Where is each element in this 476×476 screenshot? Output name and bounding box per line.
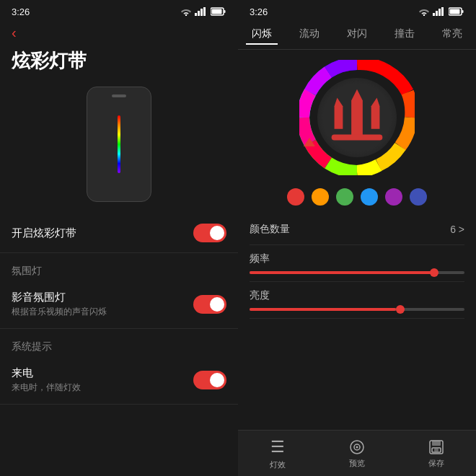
- color-count-label: 颜色数量: [250, 223, 290, 236]
- color-count-row[interactable]: 颜色数量 6 >: [250, 214, 464, 245]
- ambient-effect-text: 影音氛围灯 根据音乐视频的声音闪烁: [12, 291, 107, 318]
- swatch-green[interactable]: [336, 188, 353, 206]
- color-swatches: [238, 182, 476, 214]
- svg-rect-24: [432, 441, 441, 446]
- svg-point-0: [185, 14, 187, 16]
- freq-fill: [250, 271, 432, 274]
- color-count-value: 6 >: [450, 224, 464, 235]
- phone-mock: [87, 87, 151, 202]
- effects-label: 灯效: [270, 459, 286, 470]
- phone-preview: [0, 79, 238, 213]
- nav-save[interactable]: 保存: [428, 439, 444, 469]
- incoming-text: 来电 来电时，伴随灯效: [12, 366, 81, 394]
- svg-rect-19: [332, 135, 383, 141]
- svg-marker-16: [351, 89, 363, 138]
- left-panel: 3:26 ‹ 炫彩灯带: [0, 0, 238, 476]
- incoming-toggle[interactable]: [193, 371, 226, 389]
- main-toggle-label: 开启炫彩灯带: [12, 226, 76, 240]
- swatch-purple[interactable]: [385, 188, 402, 206]
- wheel-inner: [317, 78, 397, 157]
- svg-rect-12: [441, 7, 444, 16]
- battery-icon-left: [211, 7, 226, 16]
- svg-rect-10: [436, 11, 438, 16]
- svg-rect-6: [224, 10, 226, 13]
- preview-label: 预览: [349, 458, 365, 469]
- color-wheel[interactable]: [299, 60, 415, 175]
- bottom-nav: ☰ 灯效 预览 保存: [238, 430, 476, 476]
- ambient-toggle[interactable]: [193, 295, 226, 314]
- svg-point-22: [356, 446, 358, 449]
- time-right: 3:26: [250, 6, 268, 17]
- save-icon: [428, 439, 444, 455]
- freq-thumb[interactable]: [430, 268, 438, 277]
- brightness-slider-row: 亮度: [250, 282, 464, 319]
- page-title: 炫彩灯带: [0, 45, 238, 79]
- swatch-red[interactable]: [287, 188, 304, 206]
- swatch-blue[interactable]: [361, 188, 378, 206]
- section-ambient-header: 氛围灯: [0, 253, 238, 281]
- tab-bar: 闪烁 流动 对闪 撞击 常亮: [238, 20, 476, 50]
- save-label: 保存: [428, 458, 444, 469]
- ambient-effect-item: 影音氛围灯 根据音乐视频的声音闪烁: [0, 281, 238, 329]
- tab-steady[interactable]: 常亮: [436, 25, 468, 45]
- status-bar-right: 3:26: [238, 0, 476, 20]
- brightness-fill: [250, 308, 396, 311]
- brightness-label: 亮度: [250, 289, 464, 302]
- effects-icon: ☰: [270, 438, 285, 457]
- signal-icon-left: [195, 7, 208, 16]
- main-toggle[interactable]: [193, 224, 226, 242]
- tab-blink[interactable]: 对闪: [341, 25, 373, 45]
- svg-rect-15: [450, 9, 460, 14]
- preview-icon: [349, 439, 365, 455]
- svg-rect-1: [195, 13, 197, 16]
- status-bar-left: 3:26: [0, 0, 238, 20]
- light-strip: [118, 115, 120, 173]
- freq-track[interactable]: [250, 271, 464, 274]
- svg-rect-14: [462, 10, 464, 13]
- nubia-logo: [317, 60, 397, 175]
- nav-effects[interactable]: ☰ 灯效: [270, 438, 286, 470]
- svg-rect-26: [434, 449, 438, 451]
- status-icons-right: [418, 7, 464, 16]
- wheel-container: [238, 50, 476, 182]
- swatch-orange[interactable]: [312, 188, 329, 206]
- freq-label: 频率: [250, 252, 464, 265]
- right-panel: 3:26 闪烁 流动 对闪 撞击 常亮: [238, 0, 476, 476]
- svg-rect-11: [438, 9, 441, 16]
- section-system-header: 系统提示: [0, 329, 238, 356]
- signal-icon-right: [433, 7, 446, 16]
- wifi-icon-right: [418, 7, 430, 16]
- svg-rect-3: [200, 9, 203, 16]
- incoming-item: 来电 来电时，伴随灯效: [0, 356, 238, 405]
- swatch-indigo[interactable]: [410, 188, 427, 206]
- svg-point-8: [423, 14, 425, 16]
- ambient-effect-label: 影音氛围灯: [12, 291, 107, 304]
- tab-flow[interactable]: 流动: [294, 25, 325, 45]
- right-settings: 颜色数量 6 > 频率 亮度: [238, 214, 476, 430]
- svg-rect-4: [203, 7, 206, 16]
- nav-preview[interactable]: 预览: [349, 439, 365, 469]
- svg-marker-17: [335, 98, 343, 129]
- status-icons-left: [180, 7, 226, 16]
- battery-icon-right: [449, 7, 464, 16]
- settings-list: 开启炫彩灯带 氛围灯 影音氛围灯 根据音乐视频的声音闪烁 系统提示 来电 来电时…: [0, 213, 238, 476]
- incoming-label: 来电: [12, 366, 81, 380]
- incoming-sub: 来电时，伴随灯效: [12, 382, 81, 394]
- svg-marker-18: [371, 98, 380, 129]
- ambient-effect-sub: 根据音乐视频的声音闪烁: [12, 306, 107, 318]
- svg-rect-9: [433, 13, 435, 16]
- freq-slider-row: 频率: [250, 245, 464, 282]
- svg-rect-2: [198, 11, 200, 16]
- tab-clash[interactable]: 撞击: [389, 25, 420, 45]
- brightness-track[interactable]: [250, 308, 464, 311]
- back-row[interactable]: ‹: [0, 20, 238, 45]
- svg-rect-7: [212, 9, 222, 14]
- back-arrow[interactable]: ‹: [12, 25, 17, 41]
- main-toggle-item: 开启炫彩灯带: [0, 213, 238, 253]
- wifi-icon-left: [180, 7, 192, 16]
- time-left: 3:26: [12, 6, 30, 17]
- tab-flash[interactable]: 闪烁: [246, 25, 278, 45]
- brightness-thumb[interactable]: [396, 305, 405, 314]
